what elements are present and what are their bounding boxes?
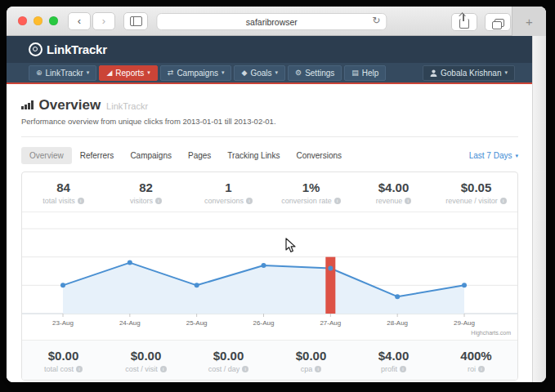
stat-total-cost: $0.00 total costi	[22, 341, 105, 380]
stat-value: $4.00	[352, 349, 435, 363]
nav-item-settings[interactable]: ⚙ Settings	[288, 65, 342, 81]
stat-label-text: roi	[468, 365, 476, 373]
history-nav: ‹ ›	[68, 12, 115, 30]
tab-campaigns[interactable]: Campaigns	[122, 147, 180, 164]
info-icon[interactable]: i	[500, 198, 507, 204]
stat-label-text: cpa	[301, 365, 313, 373]
svg-text:26-Aug: 26-Aug	[253, 319, 275, 327]
stat-label: roii	[435, 365, 517, 373]
sidebar-toggle-button[interactable]	[123, 12, 148, 30]
stat-label: visitorsi	[105, 197, 187, 205]
page-title-block: Overview LinkTrackr Performance overview…	[21, 84, 518, 137]
reload-button[interactable]: ↻	[372, 15, 380, 26]
svg-text:25-Aug: 25-Aug	[186, 319, 208, 327]
nav-item-linktrackr[interactable]: ⊕ LinkTrackr ▾	[29, 65, 96, 81]
zoom-window-button[interactable]	[49, 16, 58, 25]
tab-pages[interactable]: Pages	[180, 147, 219, 164]
nav-item-goals[interactable]: ◆ Goals ▾	[234, 65, 285, 81]
show-tabs-button[interactable]	[485, 13, 511, 31]
user-menu[interactable]: Gobala Krishnan ▾	[423, 65, 515, 81]
stat-value: 400%	[435, 349, 517, 363]
shuffle-icon: ⇄	[168, 69, 174, 77]
stat-conversion-rate: 1% conversion ratei	[270, 172, 352, 212]
stat-label-text: cost / visit	[125, 365, 158, 373]
close-window-button[interactable]	[18, 16, 27, 25]
info-icon[interactable]: i	[334, 198, 341, 204]
address-bar[interactable]: safaribrowser ↻	[156, 13, 387, 30]
address-bar-url: safaribrowser	[246, 17, 298, 27]
window-controls	[18, 16, 58, 25]
info-icon[interactable]: i	[160, 366, 167, 372]
stat-label-text: total cost	[44, 365, 74, 373]
stat-label-text: conversion rate	[281, 197, 332, 205]
back-button[interactable]: ‹	[68, 12, 91, 30]
svg-text:24-Aug: 24-Aug	[119, 319, 141, 327]
stat-label: conversion ratei	[270, 197, 352, 205]
nav-label: Goals	[250, 69, 271, 78]
tab-tracking-links[interactable]: Tracking Links	[219, 147, 288, 164]
share-icon	[459, 19, 469, 29]
linktrackr-logo[interactable]: LinkTrackr	[29, 42, 107, 56]
browser-scrollbar[interactable]	[532, 36, 546, 382]
page-viewport: LinkTrackr ⊕ LinkTrackr ▾ ◢ Reports ▾ ⇄ …	[7, 36, 533, 382]
wrench-icon: ⚙	[295, 69, 302, 77]
nav-label: Help	[362, 69, 379, 78]
stat-visitors: 82 visitorsi	[105, 172, 187, 212]
tab-referrers[interactable]: Referrers	[72, 147, 123, 164]
reload-icon: ↻	[372, 15, 380, 26]
info-icon[interactable]: i	[78, 198, 84, 204]
forward-icon: ›	[102, 16, 105, 26]
svg-text:Highcharts.com: Highcharts.com	[471, 330, 511, 336]
forward-button[interactable]: ›	[92, 12, 115, 30]
page-title: Overview	[39, 98, 101, 112]
nav-item-campaigns[interactable]: ⇄ Campaigns ▾	[160, 65, 232, 81]
nav-item-help[interactable]: ▤ Help	[344, 65, 386, 81]
stat-revenue-visitor: $0.05 revenue / visitori	[435, 172, 517, 212]
nav-label: Settings	[305, 69, 334, 78]
info-icon[interactable]: i	[315, 366, 321, 372]
new-tab-button[interactable]: +	[512, 7, 546, 36]
stat-value: 1	[187, 180, 270, 194]
stat-conversions: 1 conversionsi	[187, 172, 270, 212]
caret-down-icon: ▾	[87, 69, 90, 76]
info-icon[interactable]: i	[405, 198, 411, 204]
info-icon[interactable]: i	[76, 366, 83, 372]
tab-conversions[interactable]: Conversions	[288, 147, 350, 164]
share-button[interactable]	[451, 13, 477, 31]
stat-label: cpai	[270, 365, 352, 373]
nav-label: Campaigns	[177, 69, 218, 78]
minimize-window-button[interactable]	[34, 16, 43, 25]
info-icon[interactable]: i	[155, 198, 162, 204]
nav-label: Reports	[115, 69, 144, 78]
info-icon[interactable]: i	[478, 366, 485, 372]
info-icon[interactable]: i	[246, 198, 253, 204]
svg-text:28-Aug: 28-Aug	[387, 319, 408, 327]
stat-label: cost / visiti	[105, 365, 187, 373]
linktrackr-logo-icon	[29, 42, 43, 56]
back-icon: ‹	[78, 16, 81, 26]
info-icon[interactable]: i	[242, 366, 248, 372]
stat-cpa: $0.00 cpai	[270, 341, 352, 380]
stat-label-text: revenue	[376, 197, 403, 205]
stat-label-text: cost / day	[208, 365, 240, 373]
stat-cost-visit: $0.00 cost / visiti	[105, 341, 187, 380]
main-navbar: ⊕ LinkTrackr ▾ ◢ Reports ▾ ⇄ Campaigns ▾…	[7, 63, 533, 82]
nav-item-reports[interactable]: ◢ Reports ▾	[99, 65, 157, 81]
stat-label: conversionsi	[187, 197, 270, 205]
stat-revenue: $4.00 revenuei	[352, 172, 435, 212]
area-chart-icon: ◢	[106, 69, 112, 77]
stat-value: $0.05	[435, 180, 517, 194]
linktrackr-logo-text: LinkTrackr	[47, 42, 107, 56]
svg-text:23-Aug: 23-Aug	[52, 319, 74, 327]
diamond-icon: ◆	[241, 69, 247, 77]
stat-label: total visitsi	[22, 197, 105, 205]
stat-label: cost / dayi	[187, 365, 270, 373]
tab-overview[interactable]: Overview	[21, 147, 72, 164]
visits-area-chart[interactable]: 23-Aug24-Aug25-Aug26-Aug27-Aug28-Aug29-A…	[22, 212, 517, 340]
tabs-overview-icon	[495, 19, 504, 27]
stat-value: $0.00	[187, 349, 270, 363]
date-range-selector[interactable]: Last 7 Days ▾	[469, 151, 518, 160]
info-icon[interactable]: i	[400, 366, 406, 372]
stat-label: total costi	[22, 365, 105, 373]
date-range-label: Last 7 Days	[469, 151, 512, 160]
